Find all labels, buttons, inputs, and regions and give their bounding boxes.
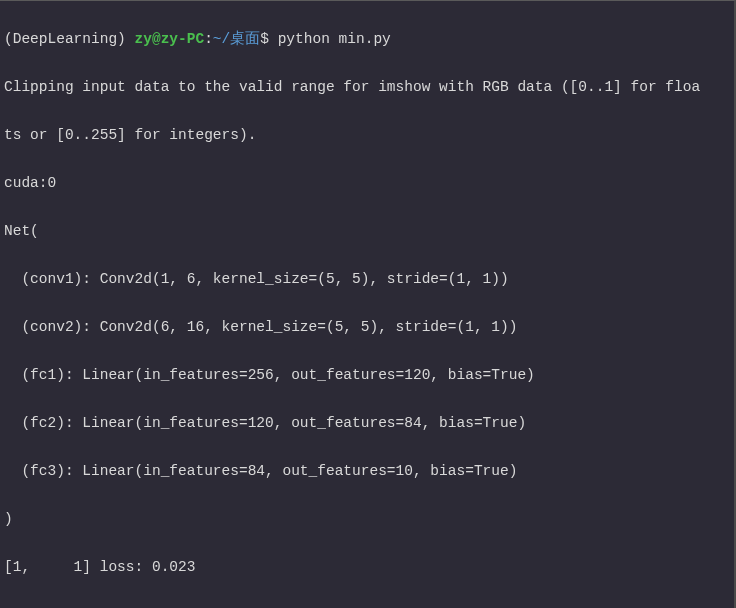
prompt-line: (DeepLearning) zy@zy-PC:~/桌面$ python min… xyxy=(4,27,730,51)
env-prefix: (DeepLearning) xyxy=(4,31,135,47)
output-line: Clipping input data to the valid range f… xyxy=(4,75,730,99)
colon: : xyxy=(204,31,213,47)
path: 桌面 xyxy=(230,31,260,47)
output-line: (conv2): Conv2d(6, 16, kernel_size=(5, 5… xyxy=(4,315,730,339)
command: python min.py xyxy=(278,31,391,47)
user-host: zy@zy-PC xyxy=(135,31,205,47)
output-line: (fc2): Linear(in_features=120, out_featu… xyxy=(4,411,730,435)
dollar: $ xyxy=(260,31,277,47)
path-prefix: ~/ xyxy=(213,31,230,47)
output-line: ts or [0..255] for integers). xyxy=(4,123,730,147)
output-line: ) xyxy=(4,507,730,531)
output-line: (fc1): Linear(in_features=256, out_featu… xyxy=(4,363,730,387)
output-line: cuda:0 xyxy=(4,171,730,195)
output-line: (conv1): Conv2d(1, 6, kernel_size=(5, 5)… xyxy=(4,267,730,291)
loss-line: [1, 1] loss: 0.023 xyxy=(4,555,730,579)
loss-line: [1, 101] loss: 1.712 xyxy=(4,603,730,608)
output-line: (fc3): Linear(in_features=84, out_featur… xyxy=(4,459,730,483)
output-line: Net( xyxy=(4,219,730,243)
terminal-output[interactable]: (DeepLearning) zy@zy-PC:~/桌面$ python min… xyxy=(0,1,734,608)
